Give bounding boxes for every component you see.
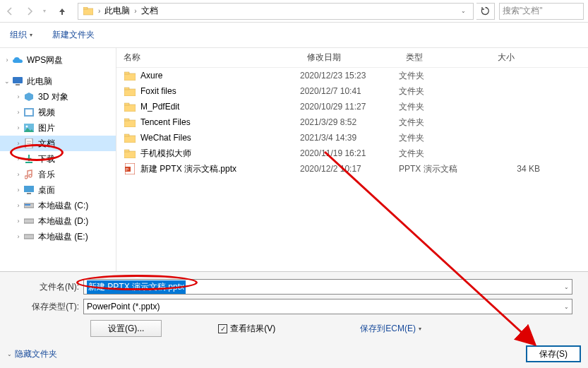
- file-name: WeChat Files: [140, 133, 191, 143]
- file-date: 2020/12/7 10:41: [300, 86, 399, 96]
- disk-icon: [23, 231, 35, 242]
- save-ecm-menu[interactable]: 保存到ECM(E)▾: [360, 323, 421, 335]
- chevron-down-icon[interactable]: ⌄: [564, 284, 569, 290]
- file-type: 文件夹: [399, 70, 491, 82]
- file-type: 文件夹: [399, 117, 491, 129]
- svg-rect-18: [124, 73, 136, 81]
- file-type: 文件夹: [399, 148, 491, 160]
- settings-button[interactable]: 设置(G)...: [90, 320, 162, 337]
- file-row[interactable]: Foxit files2020/12/7 10:41文件夹: [116, 83, 588, 99]
- file-pane: 名称 修改日期 类型 大小 Axure2020/12/23 15:23文件夹Fo…: [116, 48, 588, 271]
- file-row[interactable]: Tencent Files2021/3/29 8:52文件夹: [116, 114, 588, 130]
- music-icon: [23, 169, 35, 180]
- file-name: Foxit files: [140, 86, 176, 96]
- view-result-checkbox[interactable]: ✓ 查看结果(V): [218, 323, 275, 335]
- up-button[interactable]: [54, 3, 71, 20]
- file-type: PPTX 演示文稿: [399, 163, 491, 175]
- save-button[interactable]: 保存(S): [526, 345, 581, 362]
- sidebar: › WPS网盘 ⌄ 此电脑 ›3D 对象 ›视频 ›图片 ›文档 ›下载 ›音乐…: [0, 48, 116, 271]
- svg-rect-19: [124, 72, 129, 74]
- file-list: Axure2020/12/23 15:23文件夹Foxit files2020/…: [116, 68, 588, 271]
- cloud-icon: [11, 54, 24, 66]
- file-name: 手机模拟大师: [140, 148, 191, 160]
- savetype-select[interactable]: PowerPoint (*.pptx) ⌄: [83, 299, 572, 314]
- sidebar-item-wps[interactable]: › WPS网盘: [0, 52, 116, 68]
- file-row[interactable]: P新建 PPTX 演示文稿.pptx2020/12/2 10:17PPTX 演示…: [116, 161, 588, 177]
- chevron-right-icon: ›: [133, 7, 138, 15]
- svg-rect-13: [27, 193, 31, 194]
- svg-rect-27: [124, 134, 129, 136]
- folder-icon: [124, 117, 136, 128]
- svg-rect-24: [124, 120, 136, 127]
- back-button[interactable]: [0, 1, 20, 21]
- sidebar-item-disk-c[interactable]: ›本地磁盘 (C:): [0, 198, 116, 213]
- column-type[interactable]: 类型: [399, 52, 491, 64]
- svg-rect-28: [124, 151, 136, 158]
- disk-icon: [23, 200, 35, 211]
- file-name: M_PdfEdit: [140, 102, 179, 112]
- folder-icon: [124, 85, 136, 97]
- sidebar-item-music[interactable]: ›音乐: [0, 167, 116, 182]
- savetype-label: 保存类型(T):: [7, 301, 83, 313]
- filename-input[interactable]: 新建 PPTX 演示文稿.pptx ⌄: [83, 279, 572, 295]
- new-folder-button[interactable]: 新建文件夹: [48, 26, 99, 44]
- forward-button[interactable]: [20, 1, 40, 21]
- svg-point-7: [26, 126, 28, 128]
- filename-value: 新建 PPTX 演示文稿.pptx: [87, 280, 186, 294]
- address-bar[interactable]: › 此电脑 › 文档 ⌄: [78, 3, 474, 20]
- collapse-icon: ⌄: [3, 78, 11, 85]
- folder-icon: [124, 101, 136, 112]
- svg-rect-1: [83, 7, 88, 9]
- main-area: › WPS网盘 ⌄ 此电脑 ›3D 对象 ›视频 ›图片 ›文档 ›下载 ›音乐…: [0, 48, 588, 271]
- sidebar-item-downloads[interactable]: ›下载: [0, 151, 116, 167]
- folder-icon: [83, 6, 94, 17]
- savetype-value: PowerPoint (*.pptx): [87, 302, 160, 311]
- file-row[interactable]: WeChat Files2021/3/4 14:39文件夹: [116, 130, 588, 146]
- column-date[interactable]: 修改日期: [300, 52, 399, 64]
- refresh-button[interactable]: [476, 3, 495, 20]
- file-type: 文件夹: [399, 85, 491, 97]
- hide-folders-link[interactable]: 隐藏文件夹: [15, 348, 57, 360]
- svg-rect-0: [83, 8, 93, 15]
- organize-menu[interactable]: 组织▾: [6, 26, 37, 44]
- chevron-down-icon[interactable]: ⌄: [564, 304, 569, 310]
- address-dropdown[interactable]: ⌄: [457, 8, 469, 14]
- cube-icon: [23, 91, 35, 102]
- file-row[interactable]: M_PdfEdit2020/10/29 11:27文件夹: [116, 99, 588, 114]
- document-icon: [23, 138, 35, 149]
- breadcrumb-current[interactable]: 文档: [138, 5, 161, 17]
- file-date: 2020/12/23 15:23: [300, 71, 399, 81]
- sidebar-item-desktop[interactable]: ›桌面: [0, 182, 116, 198]
- chevron-right-icon: ›: [97, 7, 102, 15]
- svg-rect-26: [124, 136, 136, 143]
- file-row[interactable]: Axure2020/12/23 15:23文件夹: [116, 68, 588, 83]
- svg-rect-22: [124, 105, 136, 112]
- svg-rect-2: [13, 77, 23, 83]
- sidebar-item-disk-d[interactable]: ›本地磁盘 (D:): [0, 213, 116, 229]
- search-input[interactable]: 搜索"文档": [499, 3, 584, 20]
- checkbox-checked-icon: ✓: [218, 324, 227, 333]
- svg-rect-3: [16, 84, 20, 85]
- chevron-down-icon: ⌄: [7, 351, 12, 357]
- file-date: 2021/3/4 14:39: [300, 133, 399, 143]
- desktop-icon: [23, 184, 35, 196]
- expand-icon: ›: [3, 57, 11, 64]
- sidebar-item-documents[interactable]: ›文档: [0, 136, 116, 151]
- sidebar-item-3d[interactable]: ›3D 对象: [0, 89, 116, 105]
- file-date: 2021/3/29 8:52: [300, 117, 399, 127]
- svg-rect-11: [25, 162, 32, 163]
- folder-icon: [124, 132, 136, 143]
- sidebar-item-pictures[interactable]: ›图片: [0, 120, 116, 136]
- pc-icon: [11, 76, 24, 87]
- sidebar-item-video[interactable]: ›视频: [0, 105, 116, 120]
- column-size[interactable]: 大小: [491, 52, 561, 64]
- column-name[interactable]: 名称: [116, 52, 300, 64]
- file-date: 2020/12/2 10:17: [300, 164, 399, 174]
- breadcrumb-root[interactable]: 此电脑: [102, 5, 133, 17]
- sidebar-item-thispc[interactable]: ⌄ 此电脑: [0, 73, 116, 89]
- picture-icon: [23, 122, 35, 133]
- file-row[interactable]: 手机模拟大师2020/11/19 16:21文件夹: [116, 146, 588, 161]
- recent-dropdown[interactable]: ▾: [40, 1, 49, 21]
- sidebar-item-disk-e[interactable]: ›本地磁盘 (E:): [0, 229, 116, 244]
- disk-icon: [23, 215, 35, 227]
